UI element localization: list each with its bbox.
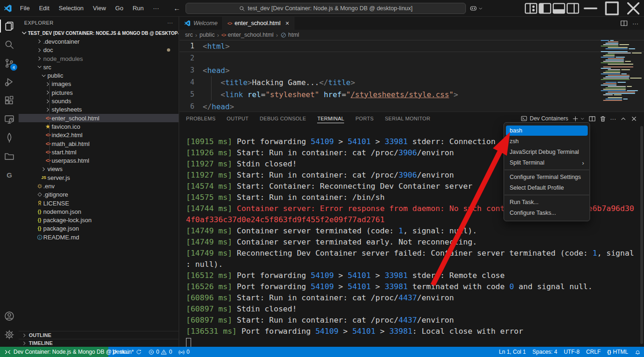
breadcrumb-item-html[interactable]: html [280,32,299,38]
timeline-section[interactable]: TIMELINE [19,339,179,347]
activity-containers-icon[interactable] [0,147,19,165]
copilot-button[interactable] [470,3,483,14]
panel-tab-terminal[interactable]: TERMINAL [317,112,344,125]
new-terminal-button[interactable] [572,115,579,122]
tab-enter-school-html[interactable]: <>enter_school.html✕ [223,17,295,30]
indentation[interactable]: Spaces: 4 [529,347,560,357]
menu-more-icon[interactable]: ··· [149,3,163,13]
maximize-icon[interactable] [601,0,623,17]
menu-file[interactable]: File [16,3,34,13]
panel-more-icon[interactable]: ··· [610,115,616,122]
tree-item-public[interactable]: public [19,71,179,79]
outline-section[interactable]: OUTLINE [19,331,179,339]
tree-item-src[interactable]: src [19,63,179,71]
close-panel-icon[interactable] [631,115,637,122]
ports-item[interactable]: 0 [175,347,193,357]
panel-tab-debug-console[interactable]: DEBUG CONSOLE [260,112,306,125]
tree-item-devcontainer[interactable]: .devcontainer [19,37,179,46]
remote-indicator[interactable]: Dev Container: Node.js & Mongo DB @ desk… [0,347,108,357]
activity-mongodb-icon[interactable] [0,128,19,147]
breadcrumb-item-public[interactable]: public [199,32,215,38]
minimap[interactable] [601,40,642,110]
terminal-profile-dropdown-icon[interactable] [580,116,585,121]
tree-item-package-json[interactable]: {}package.json [19,225,179,233]
terminal-instance-entry[interactable]: Dev Containers [521,115,568,122]
layout-sidebar-left-icon[interactable] [538,1,552,15]
layout-customize-icon[interactable] [524,1,538,15]
breadcrumb-item-enter-school-html[interactable]: <>enter_school.html [221,32,273,38]
cursor-position[interactable]: Ln 1, Col 1 [496,347,529,357]
tree-item-readme-md[interactable]: README.md [19,233,179,241]
tree-item-pictures[interactable]: pictures [19,88,179,97]
panel-tab-output[interactable]: OUTPUT [227,112,249,125]
terminal-scrollbar[interactable] [640,126,643,344]
panel-tab-ports[interactable]: PORTS [355,112,373,125]
menu-item-bash[interactable]: bash [506,126,588,136]
tree-item-license[interactable]: LICENSE [19,199,179,207]
encoding[interactable]: UTF-8 [560,347,583,357]
activity-explorer-icon[interactable] [0,17,19,35]
kill-terminal-icon[interactable] [599,115,606,122]
menu-item-configure-terminal-settings[interactable]: Configure Terminal Settings [504,172,590,182]
activity-source-control-icon[interactable]: 4 [0,54,19,73]
problems-item[interactable]: 0 0 [145,347,175,357]
menu-item-javascript-debug-terminal[interactable]: JavaScript Debug Terminal [504,147,590,157]
back-arrow-icon[interactable]: ← [173,4,180,12]
tree-item-nodemon-json[interactable]: {}nodemon.json [19,207,179,216]
menu-go[interactable]: Go [111,3,127,13]
layout-panel-icon[interactable] [552,1,566,15]
breadcrumb-item-src[interactable]: src [185,32,193,38]
activity-gitlens-icon[interactable]: G [0,165,19,184]
split-terminal-icon[interactable] [589,115,596,122]
tree-item-sounds[interactable]: sounds [19,97,179,105]
tree-item-server-js[interactable]: JSserver.js [19,173,179,182]
split-editor-icon[interactable] [620,20,628,27]
tab-welcome[interactable]: Welcome [179,17,223,30]
activity-remote-explorer-icon[interactable] [0,110,19,128]
menu-item-zsh[interactable]: zsh [504,136,590,146]
tree-item-userpass-html[interactable]: <>userpass.html [19,156,179,165]
minimize-icon[interactable] [580,0,601,17]
explorer-more-icon[interactable]: ··· [167,20,173,26]
activity-account-icon[interactable] [0,307,19,325]
eol[interactable]: CRLF [583,347,604,357]
tree-item-node-modules[interactable]: node_modules [19,54,179,63]
menu-edit[interactable]: Edit [35,3,53,13]
menu-selection[interactable]: Selection [54,3,87,13]
tree-item-math-abi-html[interactable]: <>math_abi.html [19,139,179,148]
menu-item-split-terminal[interactable]: Split Terminal› [504,158,590,168]
menu-item-run-task[interactable]: Run Task... [504,197,590,207]
tab-close-icon[interactable]: ✕ [285,20,289,26]
menu-item-select-default-profile[interactable]: Select Default Profile [504,183,590,193]
panel-tab-serial-monitor[interactable]: SERIAL MONITOR [385,112,431,125]
tree-item-enter-school-html[interactable]: <>enter_school.html [19,114,179,122]
maximize-panel-icon[interactable] [620,115,627,122]
language-mode[interactable]: {} HTML [604,347,631,357]
close-icon[interactable] [623,0,644,17]
tree-item-start-html[interactable]: <>start.html [19,148,179,156]
menu-run[interactable]: Run [128,3,148,13]
tree-item-package-lock-json[interactable]: {}package-lock.json [19,216,179,225]
notifications-bell[interactable] [631,347,644,357]
activity-settings-icon[interactable] [0,325,19,344]
panel-tab-problems[interactable]: PROBLEMS [186,112,216,125]
tree-item-images[interactable]: images [19,80,179,88]
code-editor[interactable]: 1<html>23<head>4 <title>Hacking Game...<… [179,40,644,112]
layout-sidebar-right-icon[interactable] [566,1,580,15]
tree-item-gitignore[interactable]: .gitignore [19,191,179,199]
tree-item-views[interactable]: views [19,165,179,173]
editor-more-icon[interactable]: ··· [632,20,638,27]
menu-view[interactable]: View [89,3,110,13]
tree-item-stylesheets[interactable]: stylesheets [19,106,179,114]
activity-extensions-icon[interactable] [0,91,19,110]
tree-item-favicon-ico[interactable]: ★favicon.ico [19,122,179,131]
tree-item-env[interactable]: .env [19,182,179,190]
activity-search-icon[interactable] [0,35,19,54]
activity-run-debug-icon[interactable] [0,73,19,91]
command-center-search[interactable]: test_dev [Dev Container: Node.js & Mongo… [186,3,466,14]
tree-item-index2-html[interactable]: <>index2.html [19,131,179,139]
tree-root-folder[interactable]: TEST_DEV [DEV CONTAINER: NODE.JS & MONGO… [19,29,179,37]
branch-item[interactable]: main* [108,347,145,357]
menu-item-configure-tasks[interactable]: Configure Tasks... [504,208,590,218]
tree-item-doc[interactable]: doc [19,46,179,54]
